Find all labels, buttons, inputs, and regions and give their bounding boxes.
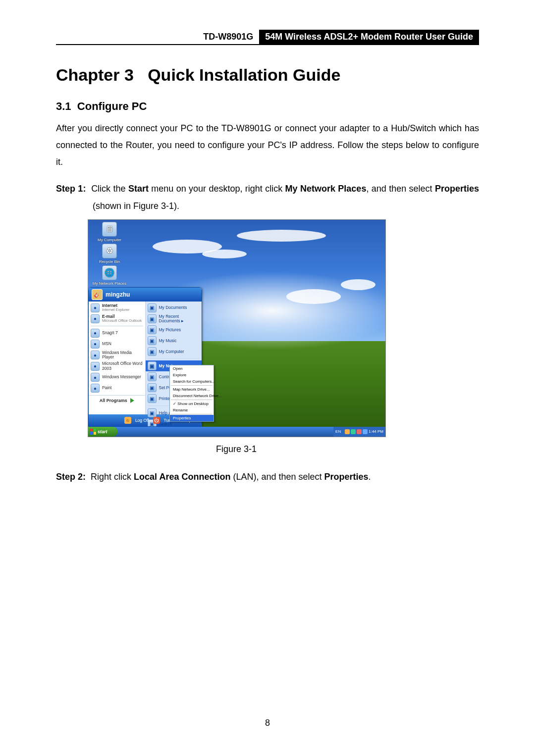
app-icon: ● (91, 340, 100, 349)
section-heading: 3.1 Configure PC (56, 100, 479, 113)
step-1-text-3: , and then select (366, 184, 435, 194)
step-2-bold-prop: Properties (324, 472, 369, 482)
step-2: Step 2: Right click Local Area Connectio… (56, 468, 479, 485)
desktop-icon-label: Recycle Bin (92, 259, 127, 264)
folder-icon: ▣ (148, 303, 157, 312)
app-icon: ● (91, 384, 100, 393)
taskbar-clock: 1:44 PM (369, 429, 383, 434)
start-menu-item[interactable]: ●Windows Messenger (89, 372, 145, 383)
start-menu-item[interactable]: ▣My Documents (146, 302, 202, 313)
app-icon: ● (91, 373, 100, 382)
start-menu-item[interactable]: ▣My Recent Documents ▸ (146, 313, 202, 325)
folder-icon: ▣ (148, 408, 157, 417)
power-icon: ⏻ (153, 417, 160, 424)
step-2-bold-lan: Local Area Connection (134, 472, 230, 482)
folder-icon: ▣ (148, 383, 157, 392)
step-2-label: Step 2: (56, 472, 86, 482)
start-menu-item[interactable]: ●Windows Media Player (89, 350, 145, 361)
context-menu: OpenExploreSearch for Computers...Map Ne… (169, 365, 214, 422)
folder-icon: ▣ (148, 394, 157, 403)
start-menu-item[interactable]: ●Microsoft Office Word 2003 (89, 360, 145, 372)
tray-icon[interactable] (345, 429, 350, 434)
step-1-text-2: menu on your desktop, right click (149, 184, 285, 194)
desktop-icon-my-computer[interactable]: 🖥 My Computer (92, 222, 127, 242)
step-2-text-3: . (369, 472, 371, 482)
document-title: 54M Wireless ADSL2+ Modem Router User Gu… (259, 30, 479, 44)
tray-icon[interactable] (351, 429, 356, 434)
all-programs-button[interactable]: All Programs (89, 395, 145, 405)
chapter-title: Quick Installation Guide (148, 65, 340, 84)
app-icon: ● (91, 329, 100, 338)
start-menu-item[interactable]: ●InternetInternet Explorer (89, 302, 145, 313)
network-places-icon: 🌐 (102, 265, 117, 280)
cloud-icon (341, 279, 375, 290)
app-icon: ● (91, 362, 100, 371)
taskbar: start EN 1:44 PM (88, 427, 385, 437)
context-menu-item[interactable]: Rename (170, 407, 214, 413)
start-menu-item[interactable]: ●MSN (89, 339, 145, 350)
start-menu-header: 🎸 mingzhu (89, 288, 202, 302)
folder-icon: ▣ (148, 361, 157, 370)
app-icon: ● (91, 314, 100, 323)
start-button-label: start (98, 429, 107, 434)
recycle-bin-icon: ♻ (102, 244, 117, 258)
start-menu-item[interactable]: ●SnagIt 7 (89, 328, 145, 339)
step-1-text-1: Click the (91, 184, 128, 194)
desktop-icon-label: My Computer (92, 238, 127, 242)
start-menu-item[interactable]: ▣My Music (146, 335, 202, 346)
section-title: Configure PC (77, 100, 147, 112)
user-avatar-icon: 🎸 (92, 289, 103, 300)
context-menu-item[interactable]: Disconnect Network Drive... (170, 393, 214, 399)
logoff-icon: ⎋ (124, 417, 131, 424)
folder-icon: ▣ (148, 336, 157, 345)
taskbar-spacer (118, 427, 333, 437)
step-1-bold-prop: Properties (435, 184, 479, 194)
chapter-number: Chapter 3 (56, 65, 134, 84)
start-menu-item[interactable]: ▣My Computer (146, 346, 202, 357)
app-icon: ● (91, 303, 100, 312)
folder-icon: ▣ (148, 325, 157, 334)
context-menu-item[interactable]: Explore (170, 372, 214, 378)
cloud-icon (202, 250, 247, 258)
context-menu-item[interactable]: Show on Desktop (170, 401, 214, 407)
start-button[interactable]: start (88, 427, 118, 437)
page-number: 8 (0, 718, 535, 728)
folder-icon: ▣ (148, 372, 157, 381)
step-1-label: Step 1: (56, 184, 86, 194)
step-1-bold-mynet: My Network Places (285, 184, 367, 194)
step-2-text-1: Right click (91, 472, 134, 482)
chapter-heading: Chapter 3 Quick Installation Guide (56, 65, 479, 85)
step-1: Step 1: Click the Start menu on your des… (56, 180, 479, 214)
tray-icon[interactable] (357, 429, 362, 434)
context-menu-item-properties[interactable]: Properties (170, 415, 214, 421)
context-menu-item[interactable]: Open (170, 365, 214, 372)
intro-paragraph: After you directly connect your PC to th… (56, 120, 479, 171)
cloud-icon (286, 289, 341, 304)
start-menu-item[interactable]: ●E-mailMicrosoft Office Outlook (89, 313, 145, 324)
cloud-icon (237, 230, 326, 242)
start-menu-item[interactable]: ▣My Pictures (146, 324, 202, 335)
step-1-text-4: (shown in Figure 3-1). (93, 201, 179, 211)
desktop-icon-my-network-places[interactable]: 🌐 My Network Places (92, 265, 127, 286)
xp-desktop-screenshot: 🖥 My Computer ♻ Recycle Bin 🌐 My Network… (88, 219, 386, 437)
step-2-text-2: (LAN), and then select (230, 472, 324, 482)
context-menu-item[interactable]: Search for Computers... (170, 378, 214, 385)
context-menu-item[interactable]: Map Network Drive... (170, 386, 214, 393)
figure-caption: Figure 3-1 (88, 444, 385, 454)
folder-icon: ▣ (148, 347, 157, 356)
figure-3-1: 🖥 My Computer ♻ Recycle Bin 🌐 My Network… (88, 219, 385, 454)
start-menu-item[interactable]: ●Paint (89, 383, 145, 394)
product-model: TD-W8901G (199, 30, 259, 44)
section-number: 3.1 (56, 100, 71, 112)
app-icon: ● (91, 351, 100, 359)
chevron-right-icon (130, 398, 134, 403)
tray-icon[interactable] (363, 429, 368, 434)
language-indicator[interactable]: EN (333, 427, 343, 437)
document-header: TD-W8901G 54M Wireless ADSL2+ Modem Rout… (56, 30, 479, 45)
desktop-icon-label: My Network Places (92, 281, 127, 286)
desktop-icon-recycle-bin[interactable]: ♻ Recycle Bin (92, 244, 127, 264)
system-tray[interactable]: 1:44 PM (343, 427, 385, 437)
logoff-button[interactable]: Log Off (135, 418, 149, 423)
step-1-bold-start: Start (128, 184, 149, 194)
windows-flag-icon (90, 429, 96, 435)
